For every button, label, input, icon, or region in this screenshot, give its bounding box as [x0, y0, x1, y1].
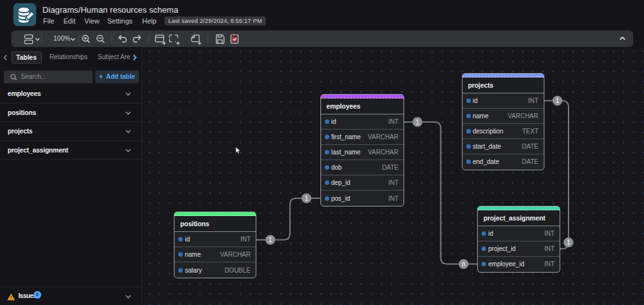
svg-text:n: n	[462, 261, 466, 268]
svg-text:1: 1	[305, 195, 308, 202]
svg-text:1: 1	[416, 119, 419, 126]
svg-text:1: 1	[268, 236, 272, 243]
svg-text:1: 1	[556, 97, 560, 104]
svg-text:1: 1	[567, 239, 570, 246]
